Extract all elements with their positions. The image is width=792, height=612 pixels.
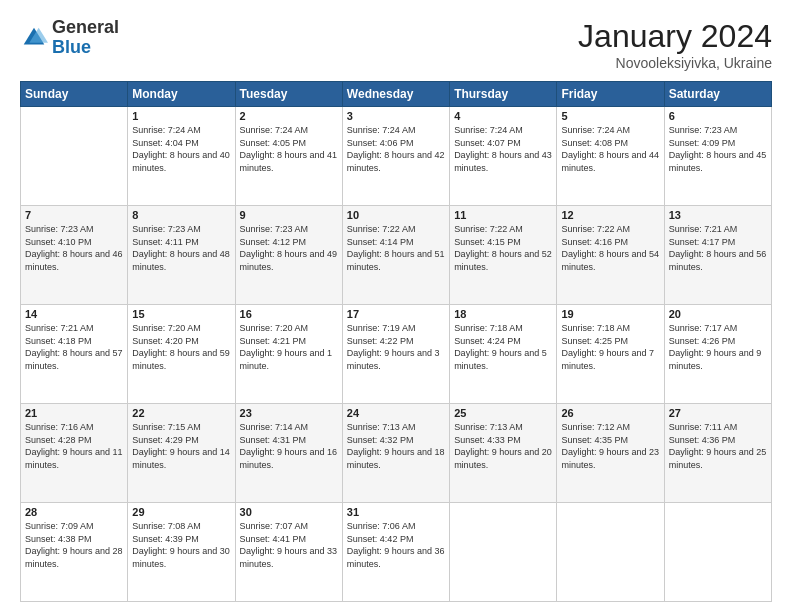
table-cell: 25Sunrise: 7:13 AMSunset: 4:33 PMDayligh… — [450, 404, 557, 503]
table-cell — [450, 503, 557, 602]
col-thursday: Thursday — [450, 82, 557, 107]
table-cell: 28Sunrise: 7:09 AMSunset: 4:38 PMDayligh… — [21, 503, 128, 602]
day-number: 2 — [240, 110, 338, 122]
table-cell: 26Sunrise: 7:12 AMSunset: 4:35 PMDayligh… — [557, 404, 664, 503]
table-cell: 16Sunrise: 7:20 AMSunset: 4:21 PMDayligh… — [235, 305, 342, 404]
cell-info: Sunrise: 7:21 AMSunset: 4:18 PMDaylight:… — [25, 322, 123, 372]
table-cell: 23Sunrise: 7:14 AMSunset: 4:31 PMDayligh… — [235, 404, 342, 503]
table-cell: 11Sunrise: 7:22 AMSunset: 4:15 PMDayligh… — [450, 206, 557, 305]
cell-info: Sunrise: 7:17 AMSunset: 4:26 PMDaylight:… — [669, 322, 767, 372]
table-cell: 9Sunrise: 7:23 AMSunset: 4:12 PMDaylight… — [235, 206, 342, 305]
day-number: 12 — [561, 209, 659, 221]
day-number: 16 — [240, 308, 338, 320]
logo: General Blue — [20, 18, 119, 58]
day-number: 20 — [669, 308, 767, 320]
col-wednesday: Wednesday — [342, 82, 449, 107]
cell-info: Sunrise: 7:13 AMSunset: 4:32 PMDaylight:… — [347, 421, 445, 471]
cell-info: Sunrise: 7:14 AMSunset: 4:31 PMDaylight:… — [240, 421, 338, 471]
calendar-table: Sunday Monday Tuesday Wednesday Thursday… — [20, 81, 772, 602]
day-number: 17 — [347, 308, 445, 320]
table-cell: 27Sunrise: 7:11 AMSunset: 4:36 PMDayligh… — [664, 404, 771, 503]
day-number: 13 — [669, 209, 767, 221]
table-cell: 13Sunrise: 7:21 AMSunset: 4:17 PMDayligh… — [664, 206, 771, 305]
cell-info: Sunrise: 7:19 AMSunset: 4:22 PMDaylight:… — [347, 322, 445, 372]
table-cell: 22Sunrise: 7:15 AMSunset: 4:29 PMDayligh… — [128, 404, 235, 503]
calendar-header-row: Sunday Monday Tuesday Wednesday Thursday… — [21, 82, 772, 107]
cell-info: Sunrise: 7:24 AMSunset: 4:07 PMDaylight:… — [454, 124, 552, 174]
week-row-2: 7Sunrise: 7:23 AMSunset: 4:10 PMDaylight… — [21, 206, 772, 305]
cell-info: Sunrise: 7:20 AMSunset: 4:20 PMDaylight:… — [132, 322, 230, 372]
cell-info: Sunrise: 7:23 AMSunset: 4:11 PMDaylight:… — [132, 223, 230, 273]
week-row-1: 1Sunrise: 7:24 AMSunset: 4:04 PMDaylight… — [21, 107, 772, 206]
cell-info: Sunrise: 7:23 AMSunset: 4:12 PMDaylight:… — [240, 223, 338, 273]
day-number: 26 — [561, 407, 659, 419]
cell-info: Sunrise: 7:22 AMSunset: 4:15 PMDaylight:… — [454, 223, 552, 273]
month-title: January 2024 — [578, 18, 772, 55]
cell-info: Sunrise: 7:24 AMSunset: 4:06 PMDaylight:… — [347, 124, 445, 174]
cell-info: Sunrise: 7:12 AMSunset: 4:35 PMDaylight:… — [561, 421, 659, 471]
week-row-5: 28Sunrise: 7:09 AMSunset: 4:38 PMDayligh… — [21, 503, 772, 602]
table-cell: 12Sunrise: 7:22 AMSunset: 4:16 PMDayligh… — [557, 206, 664, 305]
table-cell: 30Sunrise: 7:07 AMSunset: 4:41 PMDayligh… — [235, 503, 342, 602]
cell-info: Sunrise: 7:21 AMSunset: 4:17 PMDaylight:… — [669, 223, 767, 273]
table-cell: 18Sunrise: 7:18 AMSunset: 4:24 PMDayligh… — [450, 305, 557, 404]
day-number: 15 — [132, 308, 230, 320]
logo-icon — [20, 24, 48, 52]
day-number: 4 — [454, 110, 552, 122]
cell-info: Sunrise: 7:23 AMSunset: 4:10 PMDaylight:… — [25, 223, 123, 273]
table-cell — [557, 503, 664, 602]
day-number: 25 — [454, 407, 552, 419]
cell-info: Sunrise: 7:22 AMSunset: 4:16 PMDaylight:… — [561, 223, 659, 273]
table-cell: 15Sunrise: 7:20 AMSunset: 4:20 PMDayligh… — [128, 305, 235, 404]
cell-info: Sunrise: 7:13 AMSunset: 4:33 PMDaylight:… — [454, 421, 552, 471]
day-number: 19 — [561, 308, 659, 320]
logo-blue: Blue — [52, 37, 91, 57]
cell-info: Sunrise: 7:07 AMSunset: 4:41 PMDaylight:… — [240, 520, 338, 570]
day-number: 30 — [240, 506, 338, 518]
table-cell: 21Sunrise: 7:16 AMSunset: 4:28 PMDayligh… — [21, 404, 128, 503]
table-cell: 6Sunrise: 7:23 AMSunset: 4:09 PMDaylight… — [664, 107, 771, 206]
table-cell: 3Sunrise: 7:24 AMSunset: 4:06 PMDaylight… — [342, 107, 449, 206]
table-cell: 5Sunrise: 7:24 AMSunset: 4:08 PMDaylight… — [557, 107, 664, 206]
day-number: 18 — [454, 308, 552, 320]
table-cell: 8Sunrise: 7:23 AMSunset: 4:11 PMDaylight… — [128, 206, 235, 305]
table-cell — [664, 503, 771, 602]
cell-info: Sunrise: 7:11 AMSunset: 4:36 PMDaylight:… — [669, 421, 767, 471]
table-cell: 20Sunrise: 7:17 AMSunset: 4:26 PMDayligh… — [664, 305, 771, 404]
cell-info: Sunrise: 7:16 AMSunset: 4:28 PMDaylight:… — [25, 421, 123, 471]
day-number: 14 — [25, 308, 123, 320]
day-number: 6 — [669, 110, 767, 122]
table-cell: 31Sunrise: 7:06 AMSunset: 4:42 PMDayligh… — [342, 503, 449, 602]
col-saturday: Saturday — [664, 82, 771, 107]
day-number: 23 — [240, 407, 338, 419]
location-subtitle: Novooleksiyivka, Ukraine — [578, 55, 772, 71]
page: General Blue January 2024 Novooleksiyivk… — [0, 0, 792, 612]
cell-info: Sunrise: 7:20 AMSunset: 4:21 PMDaylight:… — [240, 322, 338, 372]
col-friday: Friday — [557, 82, 664, 107]
table-cell: 10Sunrise: 7:22 AMSunset: 4:14 PMDayligh… — [342, 206, 449, 305]
cell-info: Sunrise: 7:08 AMSunset: 4:39 PMDaylight:… — [132, 520, 230, 570]
logo-text: General Blue — [52, 18, 119, 58]
day-number: 11 — [454, 209, 552, 221]
cell-info: Sunrise: 7:15 AMSunset: 4:29 PMDaylight:… — [132, 421, 230, 471]
table-cell: 4Sunrise: 7:24 AMSunset: 4:07 PMDaylight… — [450, 107, 557, 206]
cell-info: Sunrise: 7:09 AMSunset: 4:38 PMDaylight:… — [25, 520, 123, 570]
day-number: 24 — [347, 407, 445, 419]
cell-info: Sunrise: 7:23 AMSunset: 4:09 PMDaylight:… — [669, 124, 767, 174]
day-number: 10 — [347, 209, 445, 221]
day-number: 27 — [669, 407, 767, 419]
day-number: 8 — [132, 209, 230, 221]
day-number: 7 — [25, 209, 123, 221]
col-sunday: Sunday — [21, 82, 128, 107]
cell-info: Sunrise: 7:06 AMSunset: 4:42 PMDaylight:… — [347, 520, 445, 570]
cell-info: Sunrise: 7:18 AMSunset: 4:25 PMDaylight:… — [561, 322, 659, 372]
cell-info: Sunrise: 7:24 AMSunset: 4:05 PMDaylight:… — [240, 124, 338, 174]
cell-info: Sunrise: 7:22 AMSunset: 4:14 PMDaylight:… — [347, 223, 445, 273]
logo-general: General — [52, 17, 119, 37]
col-monday: Monday — [128, 82, 235, 107]
cell-info: Sunrise: 7:24 AMSunset: 4:08 PMDaylight:… — [561, 124, 659, 174]
table-cell: 7Sunrise: 7:23 AMSunset: 4:10 PMDaylight… — [21, 206, 128, 305]
table-cell: 17Sunrise: 7:19 AMSunset: 4:22 PMDayligh… — [342, 305, 449, 404]
day-number: 22 — [132, 407, 230, 419]
day-number: 5 — [561, 110, 659, 122]
